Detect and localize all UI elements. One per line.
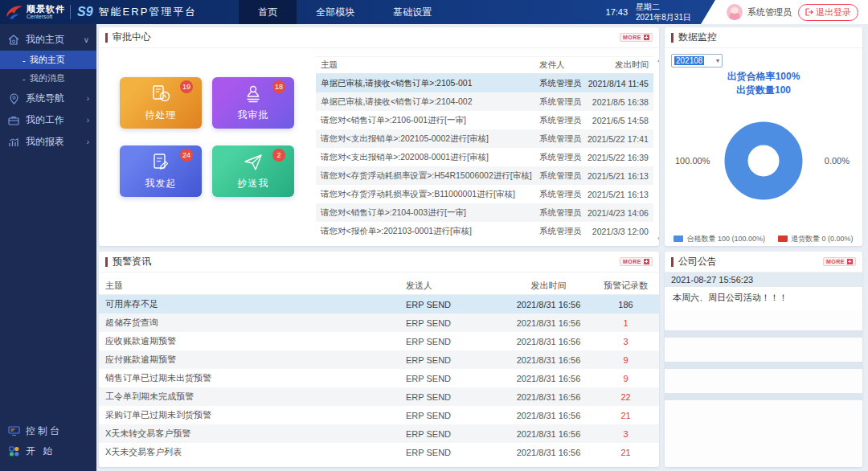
more-button[interactable]: MORE: [620, 33, 653, 42]
sidebar-subitem-label: 我的主页: [30, 54, 65, 66]
sidebar-item-label: 我的工作: [26, 113, 64, 127]
alert-subject: 销售订单已过期未出货预警: [105, 372, 406, 384]
alert-sent-time: 2021/8/31 16:56: [498, 318, 599, 328]
document-edit-icon: [149, 151, 172, 174]
report-chart-icon: [7, 137, 20, 147]
tile-label: 待处理: [145, 109, 177, 122]
alert-subject: 工令单到期未完成预警: [105, 391, 406, 403]
more-label: MORE: [826, 259, 845, 264]
header-user-area: 系统管理员 退出登录: [701, 0, 868, 24]
legend-item-pass[interactable]: 合格数量 100 (100.00%): [674, 234, 765, 244]
sidebar-item-my-home[interactable]: 我的主页 ∨: [0, 29, 96, 51]
alert-sent-time: 2021/8/31 16:56: [498, 374, 599, 383]
avatar[interactable]: [727, 4, 743, 20]
col-alert-count: 预警记录数: [599, 280, 653, 292]
alert-table-row[interactable]: 超储存货查询ERP SEND2021/8/31 16:561: [99, 313, 659, 332]
chart-title-line2: 出货数量100: [665, 84, 862, 97]
approval-sender: 系统管理员: [539, 152, 588, 163]
approval-table-row[interactable]: 单据已审核,请接收<销售订单>:2105-001系统管理员2021/8/14 1…: [316, 74, 653, 92]
count-badge: 2: [272, 149, 285, 162]
approval-subject: 请您对<销售订单>:2104-003进行[一审]: [316, 207, 539, 219]
more-plus-icon: [847, 259, 853, 264]
scroll-down-icon[interactable]: ▼: [657, 236, 659, 241]
tile-label: 抄送我: [238, 177, 269, 190]
approval-sent-time: 2021/8/14 11:45: [588, 79, 653, 88]
approval-table-row[interactable]: 请您对<支出报销单>:202008-0001进行[审核]系统管理员2021/5/…: [316, 148, 653, 166]
donut-ring: [719, 100, 808, 221]
header-spacer: [451, 0, 605, 24]
donut-right-label: 0.00%: [825, 156, 850, 166]
approval-table-row[interactable]: 请您对<销售订单>:2104-003进行[一审]系统管理员2021/4/23 1…: [316, 203, 653, 222]
sidebar-subitem-my-home[interactable]: - 我的主页: [0, 51, 96, 69]
alert-table-row[interactable]: 采购订单已过期未到货预警ERP SEND2021/8/31 16:5621: [99, 406, 659, 424]
approval-table-row[interactable]: 请您对<报价单>:202103-0001进行[审核]系统管理员2021/3/3 …: [316, 222, 653, 240]
scroll-up-icon[interactable]: ▲: [657, 58, 659, 63]
alert-sender: ERP SEND: [406, 318, 498, 328]
tile-my-approvals[interactable]: 18 我审批: [212, 77, 294, 129]
logo-text: 顺景软件 Centersoft: [27, 5, 65, 20]
alert-count: 21: [599, 448, 653, 457]
sidebar-item-my-reports[interactable]: 我的报表 ›: [0, 131, 96, 153]
header: 顺景软件 Centersoft S9 智能ERP管理平台 首页 全部模块 基础设…: [0, 0, 868, 24]
col-sender: 发送人: [406, 280, 498, 292]
empty-row: [665, 338, 862, 362]
main-nav: 首页 全部模块 基础设置: [239, 0, 451, 24]
empty-row: [665, 400, 862, 467]
sidebar-footer: 控制台 开 始: [0, 421, 96, 471]
nav-item-home[interactable]: 首页: [239, 0, 297, 24]
period-select[interactable]: 202108 ▾: [671, 54, 723, 68]
sidebar-item-label: 我的报表: [26, 135, 64, 149]
sidebar-item-system-nav[interactable]: 系统导航 ›: [0, 88, 96, 109]
tile-initiated-by-me[interactable]: 24 我发起: [120, 145, 202, 197]
tile-cc-to-me[interactable]: 2 抄送我: [212, 145, 294, 197]
console-button[interactable]: 控制台: [0, 421, 96, 441]
panel-title: 审批中心: [113, 31, 151, 44]
alert-count: 3: [599, 337, 653, 346]
announcement-text[interactable]: 本周六、周日公司活动！！！: [665, 287, 862, 311]
approval-sender: 系统管理员: [539, 226, 588, 237]
panel-header: 审批中心 MORE: [99, 27, 659, 48]
more-plus-icon: [644, 259, 649, 264]
alert-table-row[interactable]: X天未交易客户列表ERP SEND2021/8/31 16:5621: [99, 443, 659, 461]
home-icon: [7, 35, 20, 45]
logout-button[interactable]: 退出登录: [798, 4, 858, 21]
alert-table-row[interactable]: 工令单到期未完成预警ERP SEND2021/8/31 16:5622: [99, 387, 659, 406]
logout-icon: [805, 8, 813, 16]
tile-pending[interactable]: 19 待处理: [120, 77, 202, 129]
start-button[interactable]: 开 始: [0, 441, 96, 461]
approval-subject: 请您对<存货浮动耗损率设置>:H54R15006002进行[审核]: [316, 170, 539, 182]
more-label: MORE: [623, 259, 641, 264]
nav-item-all-modules[interactable]: 全部模块: [297, 0, 374, 24]
sidebar-item-my-work[interactable]: 我的工作 ›: [0, 109, 96, 131]
nav-item-basic-settings[interactable]: 基础设置: [374, 0, 451, 24]
s9-logo: S9: [77, 5, 93, 19]
logo-divider: [70, 5, 71, 19]
approval-table-row[interactable]: 请您对<存货浮动耗损率设置>:H54R15006002进行[审核]系统管理员20…: [316, 166, 653, 185]
col-subject: 主题: [105, 280, 406, 292]
panel-header: 预警资讯 MORE: [99, 252, 659, 272]
logo-name-cn: 顺景软件: [27, 5, 65, 14]
approval-table-row[interactable]: 单据已审核,请接收<销售订单>:2104-002系统管理员2021/8/5 16…: [316, 92, 653, 111]
panel-title: 公司公告: [678, 255, 717, 268]
chart-title: 出货合格率100% 出货数量100: [665, 70, 862, 97]
legend-item-return[interactable]: 退货数量 0 (0.00%): [778, 234, 854, 244]
table-scrollbar[interactable]: ▲ ▼: [655, 58, 659, 241]
approval-table-row[interactable]: 请您对<销售订单>:2106-001进行[一审]系统管理员2021/6/5 14…: [316, 111, 653, 129]
approval-subject: 请您对<支出报销单>:202008-0001进行[审核]: [316, 152, 539, 163]
alert-table-row[interactable]: 销售订单已过期未出货预警ERP SEND2021/8/31 16:569: [99, 369, 659, 387]
date: 2021年8月31日: [636, 12, 691, 23]
approval-table-row[interactable]: 请您对<存货浮动耗损率设置>:B11000001进行[审核]系统管理员2021/…: [316, 185, 653, 203]
more-button[interactable]: MORE: [823, 257, 856, 266]
row-separator: [665, 362, 862, 369]
alert-table-row[interactable]: 可用库存不足ERP SEND2021/8/31 16:56186: [99, 295, 659, 313]
alert-table-row[interactable]: X天未转交易客户预警ERP SEND2021/8/31 16:563: [99, 424, 659, 443]
announcements-list: 2021-08-27 15:56:23 本周六、周日公司活动！！！: [665, 272, 862, 467]
paper-plane-icon: [242, 151, 264, 174]
clock-time: 17:43: [606, 7, 628, 17]
sidebar-subitem-my-messages[interactable]: - 我的消息: [0, 69, 96, 88]
approval-table-row[interactable]: 请您对<支出报销单>:202105-0002进行[审核]系统管理员2021/5/…: [316, 129, 653, 148]
more-button[interactable]: MORE: [620, 257, 653, 266]
alert-sent-time: 2021/8/31 16:56: [498, 392, 599, 402]
alert-table-row[interactable]: 应付账款逾期预警ERP SEND2021/8/31 16:569: [99, 350, 659, 369]
alert-table-row[interactable]: 应收账款逾期预警ERP SEND2021/8/31 16:563: [99, 332, 659, 350]
